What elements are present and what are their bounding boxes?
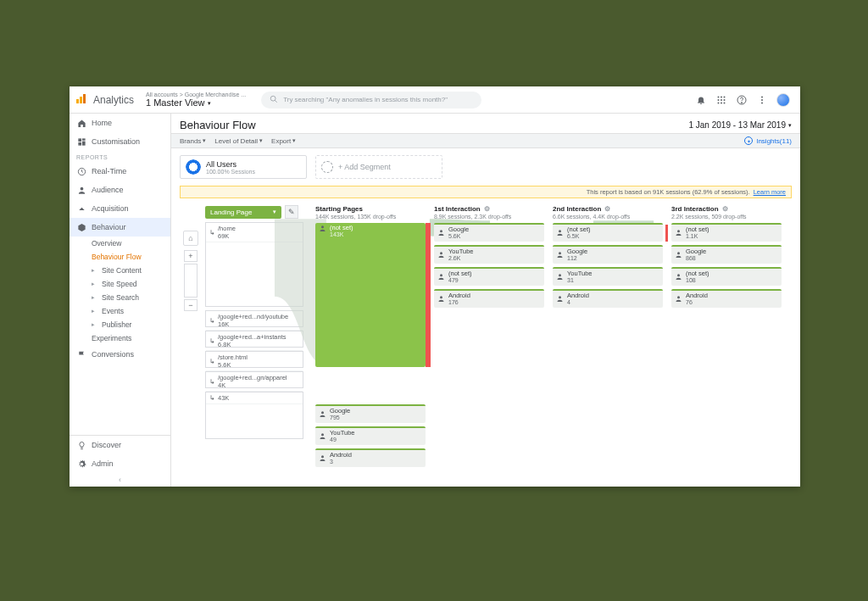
svg-point-32 — [559, 274, 561, 276]
person-icon — [319, 454, 326, 462]
segment-ring-icon — [186, 159, 201, 175]
date-range-picker[interactable]: 1 Jan 2019 - 13 Mar 2019 ▾ — [688, 120, 792, 130]
column-settings-icon[interactable]: ⚙ — [604, 205, 610, 213]
flow-node[interactable]: (not set)479 — [434, 267, 544, 286]
flow-node[interactable]: Android76 — [671, 289, 782, 308]
chevron-down-icon: ▾ — [208, 100, 211, 107]
landing-page-node[interactable]: ↳ /google+red...gn/apparel4K — [205, 371, 303, 388]
person-icon — [675, 295, 682, 303]
arrow-icon: ↳ — [209, 394, 215, 402]
dropoff-bar — [665, 225, 668, 242]
sidebar-item-audience[interactable]: Audience — [70, 181, 170, 199]
flow-node[interactable]: YouTube2.6K — [434, 245, 544, 264]
sidebar-label: Real-Time — [92, 167, 126, 175]
flow-node[interactable]: Android4 — [553, 289, 663, 308]
svg-point-31 — [559, 253, 561, 255]
notifications-icon[interactable] — [695, 94, 707, 106]
subitem-events[interactable]: ▸Events — [88, 304, 170, 318]
flow-node[interactable]: Android176 — [434, 289, 544, 308]
subitem-behaviour-flow[interactable]: Behaviour Flow — [88, 250, 170, 264]
flow-node[interactable]: Google795 — [315, 404, 426, 423]
person-icon — [556, 273, 564, 281]
landing-page-node[interactable]: ↳ /google+red...a+instants6.8K — [205, 331, 303, 348]
sidebar-label: Customisation — [92, 137, 140, 146]
flow-node[interactable]: (not set)6.5K — [553, 223, 663, 242]
learn-more-link[interactable]: Learn more — [754, 188, 786, 196]
zoom-track[interactable] — [184, 264, 198, 298]
subitem-publisher[interactable]: ▸Publisher — [88, 318, 170, 331]
flow-node[interactable]: (not set)1.1K — [671, 223, 782, 242]
person-icon — [556, 251, 564, 259]
flow-node[interactable]: Google5.6K — [434, 223, 544, 242]
svg-point-8 — [718, 102, 720, 103]
zoom-out-button[interactable]: − — [184, 299, 198, 311]
toolbar-brands[interactable]: Brands▾ — [180, 137, 206, 145]
flow-node[interactable]: Google868 — [671, 245, 782, 264]
subitem-site-speed[interactable]: ▸Site Speed — [88, 277, 170, 291]
sidebar: Home Customisation REPORTS Real-Time Aud… — [70, 114, 171, 487]
more-vert-icon[interactable] — [756, 94, 768, 106]
sidebar-item-conversions[interactable]: Conversions — [70, 345, 170, 364]
toolbar-level[interactable]: Level of Detail▾ — [214, 137, 263, 145]
sidebar-item-home[interactable]: Home — [70, 114, 170, 132]
flow-col-int3: 3rd Interaction ⚙ 2.2K sessions, 509 dro… — [671, 205, 782, 308]
flow-node[interactable]: (not set)108 — [671, 267, 782, 286]
flow-node[interactable]: (not set)143K — [315, 223, 426, 367]
person-icon — [437, 251, 445, 259]
svg-point-9 — [721, 102, 722, 103]
arrow-icon: ↳ — [209, 317, 215, 325]
sidebar-item-behaviour[interactable]: Behaviour — [70, 218, 170, 237]
flow-area[interactable]: ⌂ + − Landing Page ▾ ✎ — [171, 202, 800, 487]
reports-header: REPORTS — [70, 151, 170, 162]
sidebar-item-realtime[interactable]: Real-Time — [70, 162, 170, 181]
segment-all-users[interactable]: All Users 100.00% Sessions — [180, 155, 307, 179]
gear-icon — [76, 459, 86, 469]
svg-rect-18 — [81, 141, 85, 145]
dimension-settings-button[interactable]: ✎ — [285, 205, 298, 219]
insights-link[interactable]: Insights(11) — [756, 137, 792, 145]
behaviour-submenu: Overview Behaviour Flow ▸Site Content ▸S… — [70, 237, 170, 345]
help-icon[interactable] — [736, 94, 748, 106]
sidebar-item-admin[interactable]: Admin — [70, 454, 170, 473]
apps-grid-icon[interactable] — [715, 94, 727, 106]
dimension-select[interactable]: Landing Page ▾ — [205, 206, 281, 219]
flow-node[interactable]: YouTube31 — [553, 267, 663, 286]
landing-page-node[interactable]: ↳ /google+red...nd/youtube16K — [205, 310, 303, 327]
toolbar-export[interactable]: Export▾ — [271, 137, 296, 145]
sidebar-item-discover[interactable]: Discover — [70, 436, 170, 454]
subitem-site-search[interactable]: ▸Site Search — [88, 291, 170, 304]
column-settings-icon[interactable]: ⚙ — [484, 205, 490, 213]
user-avatar[interactable] — [776, 93, 790, 107]
dashboard-icon — [76, 136, 86, 147]
column-settings-icon[interactable]: ⚙ — [722, 205, 728, 213]
landing-page-node[interactable]: ↳ /store.html5.6K — [205, 351, 303, 368]
svg-rect-19 — [78, 142, 81, 145]
caret-icon: ▸ — [92, 308, 97, 314]
app-window: Analytics All accounts > Google Merchand… — [70, 86, 800, 487]
zoom-in-button[interactable]: + — [184, 250, 198, 262]
search-input[interactable]: Try searching "Any anomalies in sessions… — [261, 92, 481, 109]
svg-point-25 — [321, 455, 324, 458]
account-view-picker[interactable]: All accounts > Google Merchandise ... 1 … — [146, 92, 246, 109]
subitem-overview[interactable]: Overview — [88, 237, 170, 250]
svg-rect-16 — [78, 138, 81, 142]
svg-point-24 — [321, 434, 324, 437]
flow-node[interactable]: Android3 — [315, 448, 426, 467]
flow-node[interactable]: Google112 — [553, 245, 663, 264]
column-header: 1st Interaction ⚙ — [434, 205, 544, 213]
sidebar-item-acquisition[interactable]: Acquisition — [70, 199, 170, 218]
subitem-experiments[interactable]: Experiments — [88, 331, 170, 345]
sidebar-item-customisation[interactable]: Customisation — [70, 132, 170, 151]
flow-node[interactable]: YouTube49 — [315, 426, 426, 445]
landing-page-node[interactable]: ↳ /home69K — [205, 222, 303, 307]
sidebar-collapse-button[interactable]: ‹ — [70, 473, 170, 487]
add-segment-button[interactable]: + Add Segment — [315, 155, 442, 179]
chevron-down-icon: ▾ — [788, 122, 792, 129]
svg-point-35 — [677, 253, 680, 255]
column-subheader: 8.9K sessions, 2.3K drop-offs — [434, 214, 544, 220]
zoom-home-button[interactable]: ⌂ — [183, 231, 198, 246]
landing-page-node[interactable]: ↳ 43K — [205, 392, 303, 439]
subitem-site-content[interactable]: ▸Site Content — [88, 264, 170, 277]
person-icon — [437, 295, 445, 303]
column-header: 2nd Interaction ⚙ — [553, 205, 663, 213]
